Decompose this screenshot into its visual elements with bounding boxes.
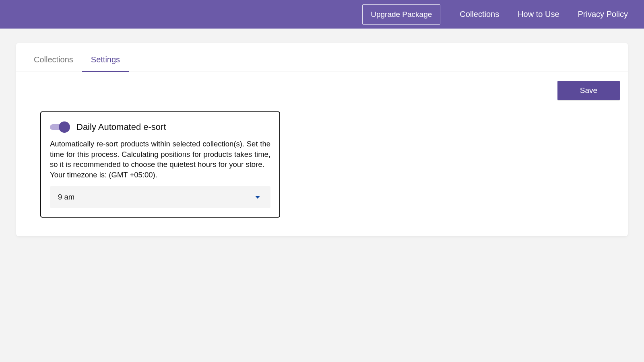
top-navbar: Upgrade Package Collections How to Use P… [0, 0, 644, 29]
settings-card: Collections Settings Save Daily Automate… [16, 43, 628, 236]
save-row: Save [16, 72, 628, 109]
tab-settings[interactable]: Settings [91, 55, 120, 72]
upgrade-package-button[interactable]: Upgrade Package [362, 4, 440, 25]
tab-collections[interactable]: Collections [34, 55, 73, 72]
daily-esort-header: Daily Automated e-sort [50, 121, 270, 133]
daily-esort-timezone: Your timezone is: (GMT +05:00). [50, 170, 270, 180]
nav-link-how-to-use[interactable]: How to Use [518, 10, 559, 19]
daily-esort-panel: Daily Automated e-sort Automatically re-… [40, 111, 280, 218]
daily-esort-toggle[interactable] [50, 121, 71, 133]
daily-esort-description: Automatically re-sort products within se… [50, 139, 270, 170]
daily-esort-title: Daily Automated e-sort [76, 122, 166, 132]
toggle-thumb [59, 121, 70, 133]
save-button[interactable]: Save [557, 81, 620, 100]
caret-down-icon [255, 196, 260, 199]
nav-link-privacy-policy[interactable]: Privacy Policy [578, 10, 628, 19]
nav-link-collections[interactable]: Collections [460, 10, 499, 19]
daily-esort-time-value: 9 am [58, 193, 74, 202]
tab-bar: Collections Settings [16, 43, 628, 72]
daily-esort-time-select[interactable]: 9 am [50, 186, 270, 208]
